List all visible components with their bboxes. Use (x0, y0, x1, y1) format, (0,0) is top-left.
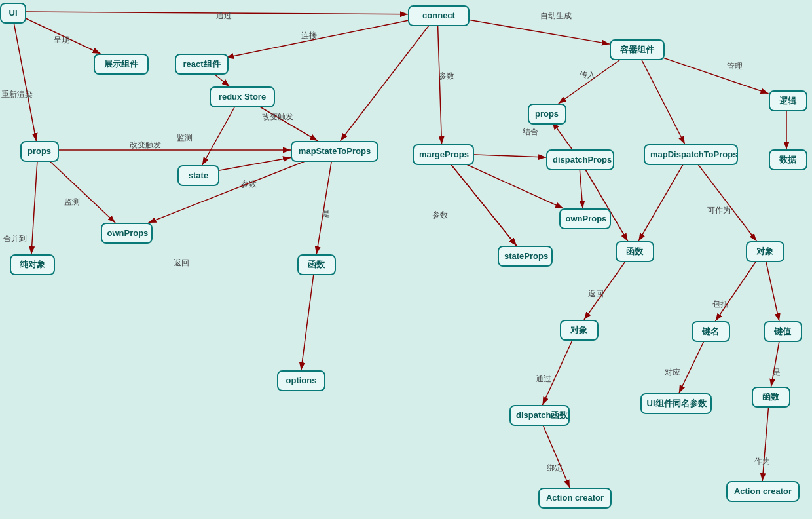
svg-line-59 (542, 423, 570, 488)
svg-text:对应: 对应 (665, 368, 680, 377)
node-Action creator2: Action creator (726, 481, 800, 502)
node-react组件: react组件 (175, 54, 229, 75)
node-Action creator: Action creator (538, 488, 612, 509)
svg-text:参数: 参数 (432, 210, 448, 220)
node-UI组件同名参数: UI组件同名参数 (640, 393, 712, 414)
svg-line-46 (638, 163, 684, 241)
node-函数3: 函数 (752, 387, 790, 408)
svg-line-42 (580, 168, 583, 208)
diagram: 通过呈现重新渲染连接自动生成参数管理传入改变触发监测监测合并到改变触发是参数返回… (0, 0, 812, 519)
svg-line-52 (766, 260, 779, 321)
svg-text:可作为: 可作为 (707, 206, 731, 215)
node-mapDispatchToProps: mapDispatchToProps (644, 144, 738, 165)
node-纯对象: 纯对象 (10, 254, 55, 275)
svg-text:连接: 连接 (301, 31, 317, 40)
node-stateProps: stateProps (498, 246, 553, 267)
svg-line-63 (301, 273, 314, 370)
svg-line-44 (697, 163, 757, 241)
svg-text:结合: 结合 (523, 127, 538, 136)
svg-line-53 (542, 338, 573, 405)
svg-text:监测: 监测 (177, 133, 193, 142)
svg-line-61 (762, 405, 769, 481)
svg-text:返回: 返回 (174, 258, 189, 267)
svg-line-39 (471, 155, 546, 157)
svg-line-22 (202, 105, 236, 165)
svg-text:监测: 监测 (64, 197, 80, 206)
svg-text:重新渲染: 重新渲染 (1, 90, 33, 99)
svg-line-20 (257, 105, 318, 141)
svg-line-9 (467, 20, 610, 44)
svg-line-24 (48, 159, 115, 223)
node-dispatch函数: dispatch函数 (509, 405, 570, 426)
node-margeProps: margeProps (413, 144, 474, 165)
svg-text:自动生成: 自动生成 (540, 11, 572, 20)
node-UI: UI (0, 3, 26, 24)
node-ownProps2: ownProps (559, 208, 611, 229)
svg-text:绑定: 绑定 (547, 463, 563, 472)
svg-line-55 (679, 339, 705, 393)
node-dispatchProps: dispatchProps (546, 149, 614, 170)
svg-text:作为: 作为 (754, 457, 770, 466)
svg-line-17 (559, 58, 623, 104)
svg-text:通过: 通过 (216, 11, 232, 20)
svg-line-12 (437, 24, 441, 144)
svg-text:包括: 包括 (712, 299, 728, 309)
node-state: state (177, 165, 219, 186)
svg-line-16 (640, 58, 685, 144)
svg-text:通过: 通过 (536, 374, 551, 383)
svg-line-5 (14, 21, 37, 141)
node-数据: 数据 (769, 149, 807, 170)
node-逻辑: 逻辑 (769, 90, 807, 111)
node-对象3: 对象 (560, 320, 599, 341)
svg-line-26 (31, 159, 37, 254)
svg-text:改变触发: 改变触发 (262, 112, 293, 121)
node-connect: connect (408, 5, 470, 26)
node-对象2: 对象 (746, 241, 784, 262)
node-props2: props (528, 104, 566, 125)
node-展示组件: 展示组件 (94, 54, 149, 75)
svg-line-50 (716, 260, 758, 321)
node-options: options (277, 370, 325, 391)
svg-line-43 (584, 168, 627, 241)
svg-line-30 (316, 159, 331, 254)
svg-text:返回: 返回 (588, 289, 604, 298)
svg-line-7 (226, 20, 408, 58)
node-键值: 键值 (764, 321, 802, 342)
svg-line-14 (662, 58, 769, 94)
node-mapStateToProps: mapStateToProps (291, 141, 378, 162)
svg-text:合并到: 合并到 (3, 234, 27, 243)
svg-text:是: 是 (322, 209, 330, 218)
svg-text:传入: 传入 (580, 70, 595, 79)
svg-line-41 (552, 122, 572, 149)
svg-text:呈现: 呈现 (54, 35, 69, 45)
node-props: props (20, 141, 59, 162)
svg-line-57 (771, 339, 780, 387)
svg-text:管理: 管理 (727, 62, 743, 71)
node-redux Store: redux Store (210, 86, 275, 107)
svg-text:改变触发: 改变触发 (130, 140, 161, 149)
node-函数2: 函数 (616, 241, 654, 262)
node-键名: 键名 (692, 321, 730, 342)
svg-line-32 (217, 158, 291, 171)
svg-text:参数: 参数 (439, 71, 454, 81)
node-ownProps: ownProps (101, 223, 153, 244)
svg-line-11 (341, 24, 430, 141)
svg-line-64 (449, 163, 516, 246)
node-容器组件: 容器组件 (610, 39, 665, 60)
node-函数: 函数 (297, 254, 336, 275)
svg-text:是: 是 (773, 368, 781, 377)
